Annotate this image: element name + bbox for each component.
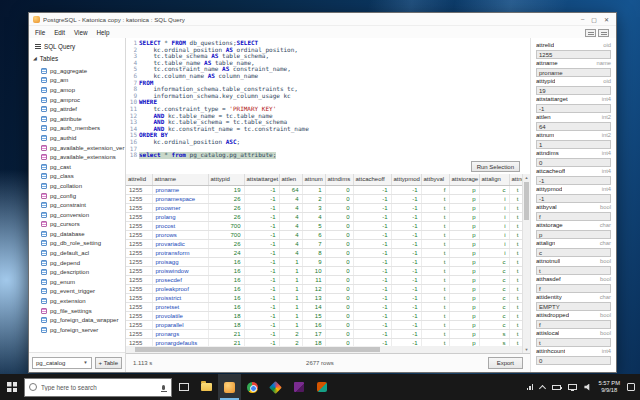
run-selection-button[interactable]: Run Selection	[471, 161, 520, 172]
sidebar-table-pg_authid[interactable]: pg_authid	[29, 133, 125, 143]
sidebar-table-pg_db_role_setting[interactable]: pg_db_role_setting	[29, 239, 125, 249]
sidebar-table-pg_constraint[interactable]: pg_constraint	[29, 200, 125, 210]
sidebar-table-pg_extension[interactable]: pg_extension	[29, 296, 125, 306]
field-value-input[interactable]: EMPTY	[536, 302, 611, 311]
table-row[interactable]: 1255provolatile18-11150-1-1tpct	[126, 311, 522, 320]
table-row[interactable]: 1255proowner26-1430-1-1tpit	[126, 203, 522, 212]
column-header-atttypid[interactable]: atttypid	[208, 174, 244, 185]
microphone-icon[interactable]	[162, 385, 165, 390]
table-row[interactable]: 1255proname19-16410-1-1fpct	[126, 185, 522, 194]
volume-icon[interactable]	[584, 384, 591, 391]
sidebar-table-pg_auth_members[interactable]: pg_auth_members	[29, 124, 125, 134]
form-view-button[interactable]	[598, 29, 609, 37]
field-value-input[interactable]: p	[536, 230, 611, 239]
postgresql-app-button[interactable]	[218, 374, 241, 400]
field-value-input[interactable]: 1	[536, 140, 611, 149]
menu-file[interactable]: File	[35, 29, 45, 36]
horizontal-scrollbar[interactable]	[126, 346, 522, 353]
menu-edit[interactable]: Edit	[54, 29, 65, 36]
chrome-button[interactable]	[241, 374, 264, 400]
sidebar-table-pg_database[interactable]: pg_database	[29, 229, 125, 239]
battery-icon[interactable]	[552, 385, 561, 390]
cellular-signal-icon[interactable]	[527, 384, 534, 390]
sidebar-table-pg_file_settings[interactable]: pg_file_settings	[29, 306, 125, 316]
close-icon[interactable]: ✕	[604, 16, 609, 23]
column-header-attrelid[interactable]: attrelid	[126, 174, 152, 185]
column-header-attname[interactable]: attname	[152, 174, 208, 185]
sidebar-table-pg_enum[interactable]: pg_enum	[29, 277, 125, 287]
table-row[interactable]: 1255proisstrict16-11130-1-1tpct	[126, 293, 522, 302]
table-row[interactable]: 1255proparallel18-11160-1-1tpct	[126, 320, 522, 329]
add-table-button[interactable]: + Table	[95, 357, 122, 369]
export-button[interactable]: Export	[488, 357, 523, 369]
field-value-input[interactable]: -1	[536, 176, 611, 185]
sidebar-table-pg_available_extension_ver[interactable]: pg_available_extension_ver	[29, 143, 125, 153]
column-header-attnotnull[interactable]: attnotnull	[509, 174, 522, 185]
table-row[interactable]: 1255provariadic26-1470-1-1tpit	[126, 239, 522, 248]
sidebar-table-pg_amop[interactable]: pg_amop	[29, 85, 125, 95]
table-row[interactable]: 1255proleakproof16-11120-1-1tpct	[126, 284, 522, 293]
network-icon[interactable]	[568, 384, 577, 390]
table-row[interactable]: 1255proisagg16-1190-1-1tpct	[126, 257, 522, 266]
field-value-input[interactable]: t	[536, 266, 611, 275]
task-view-button[interactable]	[172, 374, 195, 400]
table-row[interactable]: 1255prosecdef16-11110-1-1tpct	[126, 275, 522, 284]
sidebar-table-pg_foreign_data_wrapper[interactable]: pg_foreign_data_wrapper	[29, 315, 125, 325]
photos-app-button[interactable]	[264, 374, 287, 400]
minimize-icon[interactable]: –	[581, 16, 584, 23]
vertical-scrollbar[interactable]: ▲ ▼	[522, 174, 530, 353]
sidebar-table-pg_collation[interactable]: pg_collation	[29, 181, 125, 191]
column-header-atttypmod[interactable]: atttypmod	[391, 174, 421, 185]
table-row[interactable]: 1255prolang26-1440-1-1tpit	[126, 212, 522, 221]
field-value-input[interactable]: f	[536, 320, 611, 329]
table-row[interactable]: 1255protransform24-1480-1-1tpit	[126, 248, 522, 257]
field-value-input[interactable]: f	[536, 284, 611, 293]
sidebar-item-sql-query[interactable]: SQL Query	[32, 40, 122, 52]
menu-view[interactable]: View	[74, 29, 88, 36]
tables-section-header[interactable]: ◢ Tables	[29, 53, 125, 64]
sql-editor[interactable]: 1SELECT * FROM db_questions;SELECT2 kc.o…	[126, 38, 530, 159]
sidebar-table-pg_cursors[interactable]: pg_cursors	[29, 220, 125, 230]
sidebar-table-pg_event_trigger[interactable]: pg_event_trigger	[29, 287, 125, 297]
column-header-attnum[interactable]: attnum	[302, 174, 325, 185]
sidebar-table-pg_default_acl[interactable]: pg_default_acl	[29, 248, 125, 258]
field-value-input[interactable]: -1	[536, 194, 611, 203]
field-value-input[interactable]: proname	[536, 68, 611, 77]
start-button[interactable]	[0, 374, 24, 400]
menu-help[interactable]: Help	[97, 29, 110, 36]
hidden-icons-chevron[interactable]	[539, 384, 546, 391]
schema-select[interactable]: pg_catalog ▼	[32, 357, 92, 369]
scroll-down-icon[interactable]: ▼	[523, 346, 530, 353]
column-header-attbyval[interactable]: attbyval	[421, 174, 449, 185]
field-value-input[interactable]: 0	[536, 356, 611, 365]
h-scroll-thumb[interactable]	[135, 347, 380, 352]
file-explorer-button[interactable]	[195, 374, 218, 400]
field-value-input[interactable]: 0	[536, 158, 611, 167]
search-input[interactable]	[41, 384, 158, 391]
maximize-icon[interactable]: ▢	[591, 16, 597, 23]
scroll-up-icon[interactable]: ▲	[523, 174, 530, 181]
column-header-attstorage[interactable]: attstorage	[449, 174, 479, 185]
table-row[interactable]: 1255proretset16-11140-1-1tpct	[126, 302, 522, 311]
table-row[interactable]: 1255pronargs21-12170-1-1tpst	[126, 329, 522, 338]
field-value-input[interactable]: f	[536, 212, 611, 221]
v-scroll-thumb[interactable]	[524, 182, 529, 220]
sidebar-table-pg_attribute[interactable]: pg_attribute	[29, 114, 125, 124]
sidebar-table-pg_description[interactable]: pg_description	[29, 267, 125, 277]
field-value-input[interactable]: 64	[536, 122, 611, 131]
table-row[interactable]: 1255proiswindow16-11100-1-1tpct	[126, 266, 522, 275]
window-titlebar[interactable]: PostgreSQL - Katonica copy : katonica : …	[29, 13, 616, 26]
sidebar-table-pg_am[interactable]: pg_am	[29, 76, 125, 86]
column-header-attlen[interactable]: attlen	[279, 174, 302, 185]
field-value-input[interactable]: t	[536, 338, 611, 347]
sidebar-table-pg_amproc[interactable]: pg_amproc	[29, 95, 125, 105]
sidebar-table-pg_available_extensions[interactable]: pg_available_extensions	[29, 152, 125, 162]
table-row[interactable]: 1255prorows700-1460-1-1tpit	[126, 230, 522, 239]
sidebar-table-pg_cast[interactable]: pg_cast	[29, 162, 125, 172]
sidebar-table-pg_class[interactable]: pg_class	[29, 172, 125, 182]
field-value-input[interactable]: c	[536, 248, 611, 257]
column-header-attalign[interactable]: attalign	[479, 174, 509, 185]
sidebar-table-pg_config[interactable]: pg_config	[29, 191, 125, 201]
sidebar-table-pg_aggregate[interactable]: pg_aggregate	[29, 66, 125, 76]
field-value-input[interactable]: 1255	[536, 50, 611, 59]
